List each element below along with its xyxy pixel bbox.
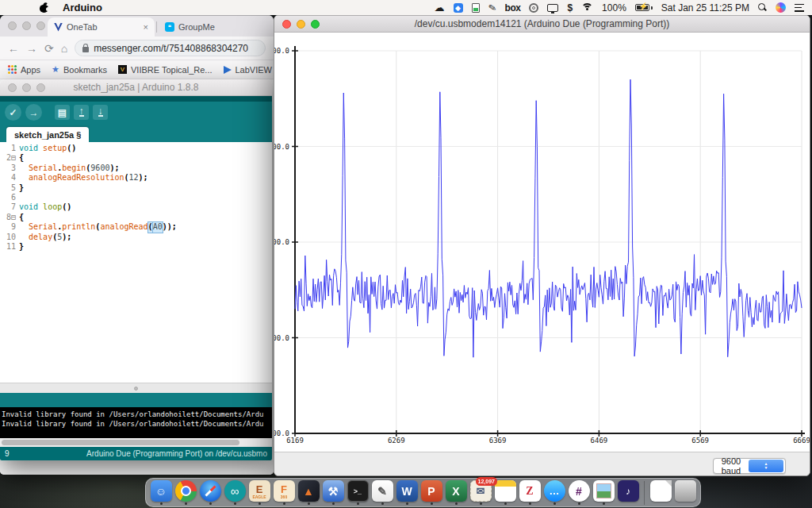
- finder-icon[interactable]: ☺: [151, 480, 172, 502]
- battery-icon[interactable]: [635, 2, 653, 13]
- close-tab-icon[interactable]: ×: [144, 22, 148, 32]
- code-line[interactable]: 1void setup(): [0, 144, 272, 153]
- verify-button[interactable]: ✓: [5, 104, 21, 121]
- save-sketch-button[interactable]: ↓: [93, 105, 108, 120]
- zoom-window-button[interactable]: [311, 20, 320, 29]
- dock-item-messages[interactable]: …: [543, 480, 565, 505]
- powerpoint-icon[interactable]: P: [421, 480, 442, 502]
- zoom-window-button[interactable]: [36, 83, 45, 92]
- dock-item-matlab[interactable]: ▲: [297, 480, 320, 505]
- xcode-icon[interactable]: ⚒: [323, 480, 344, 502]
- apple-menu-icon[interactable]: [40, 3, 48, 13]
- display-mirroring-icon[interactable]: [547, 4, 558, 12]
- eagle-icon[interactable]: EEAGLE: [249, 480, 270, 502]
- open-sketch-button[interactable]: ↑: [74, 105, 89, 120]
- slack-icon[interactable]: #: [569, 480, 590, 502]
- code-line[interactable]: 3 Serial.begin(9600);: [0, 164, 272, 173]
- photos-icon[interactable]: [593, 480, 615, 502]
- matlab-icon[interactable]: ▲: [298, 480, 320, 502]
- code-line[interactable]: 4 analogReadResolution(12);: [0, 173, 272, 183]
- minimize-window-button[interactable]: [297, 20, 305, 29]
- messages-icon[interactable]: …: [544, 480, 565, 502]
- dock-item-safari[interactable]: [199, 480, 221, 505]
- excel-icon[interactable]: X: [446, 480, 467, 502]
- tab-groupme[interactable]: ❝ GroupMe: [159, 17, 221, 37]
- dock-item-amazon-music[interactable]: ♪: [617, 480, 639, 505]
- code-line[interactable]: 5}: [0, 183, 272, 193]
- word-icon[interactable]: W: [396, 480, 418, 502]
- code-line[interactable]: 6: [0, 193, 272, 202]
- bookmark-viibre[interactable]: V VIIBRE Topical_Re...: [118, 65, 213, 75]
- forward-button[interactable]: →: [26, 42, 37, 55]
- dock-item-xcode[interactable]: ⚒: [322, 480, 344, 505]
- ide-title-bar[interactable]: sketch_jan25a | Arduino 1.8.8: [0, 79, 272, 96]
- new-sketch-button[interactable]: ▤: [55, 105, 70, 120]
- plotter-title-bar[interactable]: /dev/cu.usbmodem14121 (Arduino Due (Prog…: [274, 15, 810, 33]
- home-button[interactable]: ⌂: [61, 42, 67, 55]
- wifi-icon[interactable]: [581, 3, 593, 12]
- dock-item-fusion360[interactable]: F360: [273, 480, 295, 505]
- dock-item-trash[interactable]: [674, 480, 696, 505]
- notification-center-icon[interactable]: [795, 4, 804, 12]
- back-button[interactable]: ←: [8, 42, 19, 55]
- dock-item-arduino[interactable]: ∞: [224, 480, 246, 505]
- terminal-icon[interactable]: >_: [347, 480, 369, 502]
- dock-item-chrome[interactable]: [174, 480, 197, 505]
- dock-item-zotero[interactable]: Z: [519, 480, 541, 505]
- time-machine-icon[interactable]: [529, 3, 538, 13]
- dollar-status-icon[interactable]: $: [567, 2, 573, 13]
- minimize-window-button[interactable]: [22, 21, 31, 30]
- bookmark-labview[interactable]: LabVIEW St: [224, 65, 274, 75]
- chrome-icon[interactable]: [175, 480, 197, 502]
- amazon-music-icon[interactable]: ♪: [618, 480, 639, 502]
- signature-pen-icon[interactable]: ✎: [487, 2, 496, 14]
- code-line[interactable]: 11}: [0, 242, 272, 252]
- baud-rate-select[interactable]: 9600 baud ▲▼: [713, 458, 786, 474]
- siri-icon[interactable]: [776, 2, 786, 13]
- dock-item-word[interactable]: W: [396, 480, 418, 505]
- safari-icon[interactable]: [200, 480, 221, 502]
- zotero-icon[interactable]: Z: [519, 480, 541, 502]
- reload-button[interactable]: ⟳: [44, 42, 54, 55]
- close-window-button[interactable]: [282, 20, 291, 29]
- droplr-icon[interactable]: ◆: [454, 3, 463, 13]
- trash-icon[interactable]: [675, 480, 696, 502]
- dock-item-terminal[interactable]: >_: [347, 480, 369, 505]
- documents-icon[interactable]: [650, 480, 672, 502]
- code-line[interactable]: 10 delay(5);: [0, 233, 272, 242]
- dock-item-slack[interactable]: #: [568, 480, 590, 505]
- bookmark-apps[interactable]: Apps: [8, 65, 40, 75]
- dock-item-notes[interactable]: [494, 480, 516, 505]
- ide-window-controls[interactable]: [8, 83, 45, 92]
- zoom-window-button[interactable]: [36, 21, 45, 30]
- fusion360-icon[interactable]: F360: [274, 480, 295, 502]
- dock-item-finder[interactable]: ☺: [150, 480, 172, 505]
- dock-item-textedit[interactable]: ✎: [371, 480, 393, 505]
- scrollbar-thumb[interactable]: [2, 440, 239, 445]
- browser-window-controls[interactable]: [8, 21, 45, 30]
- code-editor[interactable]: 1void setup()2⊟{3 Serial.begin(9600);4 a…: [0, 142, 272, 383]
- console-horizontal-scrollbar[interactable]: [0, 438, 272, 447]
- code-line[interactable]: 9 Serial.println(analogRead(A0));: [0, 222, 272, 232]
- document-status-icon[interactable]: [472, 3, 480, 13]
- notes-icon[interactable]: [495, 480, 516, 502]
- close-window-button[interactable]: [8, 21, 17, 30]
- minimize-window-button[interactable]: [22, 83, 31, 92]
- cloud-sync-icon[interactable]: ☁: [435, 2, 445, 13]
- code-line[interactable]: 8⊟{: [0, 213, 272, 222]
- textedit-icon[interactable]: ✎: [372, 480, 393, 502]
- sketch-tab[interactable]: sketch_jan25a §: [6, 127, 89, 142]
- tab-onetab[interactable]: OneTab ×: [48, 17, 155, 37]
- plotter-window-controls[interactable]: [282, 20, 320, 29]
- close-window-button[interactable]: [8, 83, 17, 92]
- box-drive-icon[interactable]: box: [505, 2, 521, 13]
- code-line[interactable]: 2⊟{: [0, 153, 272, 163]
- arduino-icon[interactable]: ∞: [224, 480, 246, 502]
- address-bar[interactable]: messenger.com/t/751408868304270: [75, 40, 266, 56]
- menu-bar-clock[interactable]: Sat Jan 25 11:25 PM: [661, 2, 749, 13]
- console-output[interactable]: Invalid library found in /Users/orlandoh…: [0, 407, 272, 438]
- active-app-menu[interactable]: Arduino: [63, 2, 102, 13]
- dock-item-excel[interactable]: X: [445, 480, 467, 505]
- editor-console-splitter[interactable]: [0, 383, 272, 393]
- code-line[interactable]: 7void loop(): [0, 202, 272, 212]
